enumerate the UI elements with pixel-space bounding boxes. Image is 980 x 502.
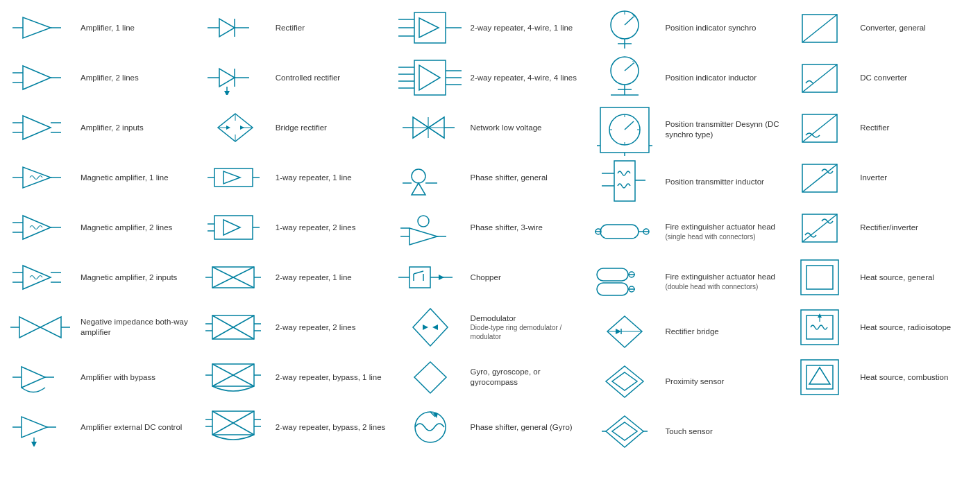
symbol-rectbridge (590, 311, 659, 352)
symbol-repeater2wbp1l (201, 356, 270, 398)
svg-marker-50 (240, 125, 244, 130)
label-postransdesynn: Position transmitter Desynn (DC synchro … (665, 119, 779, 140)
label-ampdccontrol: Amplifier external DC control (81, 422, 195, 433)
symbol-repeater1w1l (201, 157, 270, 198)
label-magamp2inputs: Magnetic amplifier, 2 inputs (81, 272, 195, 283)
label-amplifier1: Amplifier, 1 line (81, 23, 195, 33)
item-dcconverter: DC converter (782, 53, 977, 103)
item-rectinverter: Rectifier/inverter (782, 202, 977, 252)
symbol-repeater2wbp2l (201, 406, 270, 448)
label-rectbridge: Rectifier bridge (665, 327, 779, 337)
svg-marker-13 (23, 167, 51, 188)
label-proxsensor: Proximity sensor (665, 376, 779, 387)
symbol-netlow (396, 107, 465, 148)
item-postransdesynn: Position transmitter Desynn (DC synchro … (587, 103, 782, 157)
svg-marker-17 (23, 216, 51, 239)
symbol-rect2 (785, 107, 854, 148)
symbol-negimpedance (6, 306, 75, 348)
symbol-repeater2w2l (201, 306, 270, 348)
symbol-proxsensor (590, 361, 659, 402)
item-gyro: Gyro, gyroscope, or gyrocompass (393, 352, 588, 402)
label-repeater2w2l: 2-way repeater, 2 lines (276, 322, 390, 333)
label-touchsensor: Touch sensor (665, 426, 779, 437)
item-rep4w1l: 2-way repeater, 4-wire, 1 line (393, 3, 588, 53)
item-fireext2: Fire extinguisher actuator head (double … (587, 257, 782, 306)
item-controlledrect: Controlled rectifier (198, 53, 393, 103)
item-postransinductor: Position transmitter inductor (587, 157, 782, 207)
label-fireext1: Fire extinguisher actuator head (single … (665, 222, 779, 241)
item-rep4w4l: 2-way repeater, 4-wire, 4 lines (393, 53, 588, 103)
svg-marker-56 (223, 171, 240, 184)
symbol-touchsensor (590, 410, 659, 452)
symbol-rectinverter (785, 207, 854, 248)
symbol-repeater1w2l (201, 207, 270, 248)
symbol-postransdesynn (590, 109, 659, 150)
svg-marker-5 (23, 66, 51, 89)
symbol-phasegen (396, 157, 465, 198)
symbol-posindinductor (590, 57, 659, 98)
label-posindinductor: Position indicator inductor (665, 73, 779, 83)
symbol-heatsourcegen (785, 257, 854, 298)
svg-line-190 (802, 164, 837, 192)
item-repeater2wbp2l: 2-way repeater, bypass, 2 lines (198, 402, 393, 452)
symbol-dcconverter (785, 57, 854, 98)
svg-rect-194 (806, 266, 833, 289)
item-phasegyro: Phase shifter, general (Gyro) (393, 402, 588, 452)
item-magamp1: Magnetic amplifier, 1 line (3, 153, 198, 202)
svg-marker-41 (219, 69, 235, 87)
svg-marker-116 (409, 228, 437, 245)
label-ampbypass: Amplifier with bypass (81, 372, 195, 383)
svg-point-130 (415, 412, 446, 442)
svg-marker-201 (809, 367, 830, 384)
svg-rect-53 (214, 168, 253, 187)
label-bridgerect: Bridge rectifier (276, 123, 390, 133)
item-heatsourceradio: Heat source, radioisotope (782, 302, 977, 352)
item-posindsynchro: Position indicator synchro (587, 3, 782, 53)
svg-marker-128 (432, 324, 438, 330)
item-convertergen: Converter, general (782, 3, 977, 53)
svg-marker-1 (23, 17, 51, 38)
label-phasegyro: Phase shifter, general (Gyro) (471, 422, 585, 433)
svg-line-141 (625, 63, 634, 71)
svg-marker-21 (23, 266, 51, 289)
symbol-controlledrect (201, 57, 270, 98)
label-heatsourceradio: Heat source, radioisotope (860, 322, 974, 333)
svg-rect-200 (806, 365, 833, 389)
label-repeater1w2l: 1-way repeater, 2 lines (276, 223, 390, 233)
item-posindinductor: Position indicator inductor (587, 53, 782, 103)
item-phasegen: Phase shifter, general (393, 153, 588, 202)
item-rectbridge: Rectifier bridge (587, 306, 782, 356)
label-magamp1: Magnetic amplifier, 1 line (81, 173, 195, 183)
label-negimpedance: Negative impedance both-way amplifier (81, 317, 195, 338)
item-magamp2inputs: Magnetic amplifier, 2 inputs (3, 252, 198, 302)
svg-rect-166 (597, 268, 628, 281)
svg-marker-37 (219, 19, 235, 37)
label-controlledrect: Controlled rectifier (276, 73, 390, 83)
symbol-posindsynchro (590, 7, 659, 49)
symbol-heatsourceradio (785, 306, 854, 348)
svg-marker-45 (224, 91, 230, 95)
svg-marker-177 (606, 366, 643, 397)
label-repeater1w1l: 1-way repeater, 1 line (276, 173, 390, 183)
label-rep4w1l: 2-way repeater, 4-wire, 1 line (471, 23, 585, 33)
svg-marker-173 (616, 329, 621, 334)
svg-rect-157 (614, 161, 635, 201)
label-chopper: Chopper (471, 272, 585, 283)
item-proxsensor: Proximity sensor (587, 356, 782, 406)
item-rect2: Rectifier (782, 103, 977, 153)
symbol-gyro (396, 356, 465, 398)
item-netlow: Network low voltage (393, 103, 588, 153)
svg-marker-35 (31, 442, 37, 447)
item-ampbypass: Amplifier with bypass (3, 352, 198, 402)
item-rectifier: Rectifier (198, 3, 393, 53)
svg-marker-178 (612, 372, 637, 390)
svg-line-186 (802, 64, 837, 92)
symbol-rectifier (201, 7, 270, 49)
item-magamp2: Magnetic amplifier, 2 lines (3, 202, 198, 252)
svg-marker-180 (612, 422, 637, 440)
symbol-phase3wire (396, 207, 465, 248)
svg-rect-161 (600, 225, 639, 239)
symbol-convertergen (785, 7, 854, 49)
symbol-chopper (396, 257, 465, 298)
item-fireext1: Fire extinguisher actuator head (single … (587, 207, 782, 257)
